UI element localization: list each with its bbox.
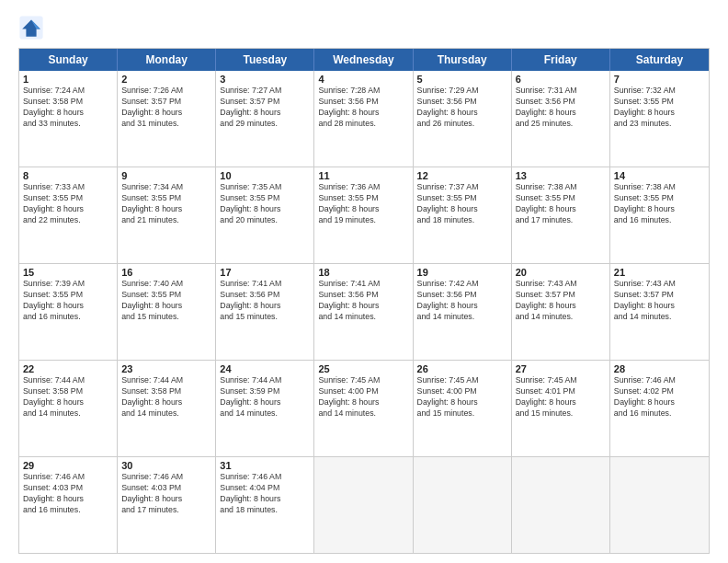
calendar-row-3: 22Sunrise: 7:44 AMSunset: 3:58 PMDayligh…	[19, 360, 709, 456]
day-number: 26	[417, 363, 507, 374]
weekday-header-wednesday: Wednesday	[314, 49, 413, 71]
day-info: Sunrise: 7:46 AMSunset: 4:02 PMDaylight:…	[614, 375, 705, 419]
day-cell-21: 21Sunrise: 7:43 AMSunset: 3:57 PMDayligh…	[610, 264, 709, 360]
day-number: 7	[614, 74, 705, 85]
day-number: 29	[23, 460, 113, 471]
day-number: 21	[614, 267, 705, 278]
day-number: 10	[220, 170, 310, 181]
day-number: 14	[614, 170, 705, 181]
day-cell-7: 7Sunrise: 7:32 AMSunset: 3:55 PMDaylight…	[610, 71, 709, 167]
day-info: Sunrise: 7:44 AMSunset: 3:59 PMDaylight:…	[220, 375, 310, 419]
day-cell-10: 10Sunrise: 7:35 AMSunset: 3:55 PMDayligh…	[216, 167, 314, 263]
calendar-header: SundayMondayTuesdayWednesdayThursdayFrid…	[19, 49, 709, 71]
day-number: 20	[516, 267, 606, 278]
day-cell-5: 5Sunrise: 7:29 AMSunset: 3:56 PMDaylight…	[414, 71, 512, 167]
day-info: Sunrise: 7:38 AMSunset: 3:55 PMDaylight:…	[614, 182, 705, 226]
day-cell-24: 24Sunrise: 7:44 AMSunset: 3:59 PMDayligh…	[216, 361, 314, 456]
day-cell-11: 11Sunrise: 7:36 AMSunset: 3:55 PMDayligh…	[314, 167, 413, 263]
day-cell-8: 8Sunrise: 7:33 AMSunset: 3:55 PMDaylight…	[19, 167, 118, 263]
day-cell-16: 16Sunrise: 7:40 AMSunset: 3:55 PMDayligh…	[118, 264, 216, 360]
day-cell-2: 2Sunrise: 7:26 AMSunset: 3:57 PMDaylight…	[118, 71, 216, 167]
calendar-row-1: 8Sunrise: 7:33 AMSunset: 3:55 PMDaylight…	[19, 167, 709, 263]
calendar-row-2: 15Sunrise: 7:39 AMSunset: 3:55 PMDayligh…	[19, 263, 709, 360]
day-number: 28	[614, 363, 705, 374]
day-cell-9: 9Sunrise: 7:34 AMSunset: 3:55 PMDaylight…	[118, 167, 216, 263]
weekday-header-friday: Friday	[512, 49, 610, 71]
calendar-row-4: 29Sunrise: 7:46 AMSunset: 4:03 PMDayligh…	[19, 456, 709, 553]
day-number: 9	[121, 170, 211, 181]
day-info: Sunrise: 7:36 AMSunset: 3:55 PMDaylight:…	[318, 182, 408, 226]
empty-cell	[414, 457, 512, 553]
day-number: 13	[516, 170, 606, 181]
day-cell-6: 6Sunrise: 7:31 AMSunset: 3:56 PMDaylight…	[512, 71, 610, 167]
day-number: 31	[220, 460, 310, 471]
day-number: 5	[417, 74, 507, 85]
day-number: 11	[318, 170, 408, 181]
day-info: Sunrise: 7:35 AMSunset: 3:55 PMDaylight:…	[220, 182, 310, 226]
day-number: 2	[121, 74, 211, 85]
day-number: 17	[220, 267, 310, 278]
day-cell-28: 28Sunrise: 7:46 AMSunset: 4:02 PMDayligh…	[610, 361, 709, 456]
day-cell-22: 22Sunrise: 7:44 AMSunset: 3:58 PMDayligh…	[19, 361, 118, 456]
day-number: 25	[318, 363, 408, 374]
day-cell-17: 17Sunrise: 7:41 AMSunset: 3:56 PMDayligh…	[216, 264, 314, 360]
day-info: Sunrise: 7:41 AMSunset: 3:56 PMDaylight:…	[220, 279, 310, 323]
day-info: Sunrise: 7:42 AMSunset: 3:56 PMDaylight:…	[417, 279, 507, 323]
empty-cell	[512, 457, 610, 553]
day-info: Sunrise: 7:40 AMSunset: 3:55 PMDaylight:…	[121, 279, 211, 323]
day-cell-31: 31Sunrise: 7:46 AMSunset: 4:04 PMDayligh…	[216, 457, 314, 553]
day-cell-13: 13Sunrise: 7:38 AMSunset: 3:55 PMDayligh…	[512, 167, 610, 263]
day-info: Sunrise: 7:46 AMSunset: 4:03 PMDaylight:…	[23, 472, 113, 516]
day-info: Sunrise: 7:39 AMSunset: 3:55 PMDaylight:…	[23, 279, 113, 323]
day-info: Sunrise: 7:46 AMSunset: 4:04 PMDaylight:…	[220, 472, 310, 516]
day-number: 15	[23, 267, 113, 278]
day-cell-26: 26Sunrise: 7:45 AMSunset: 4:00 PMDayligh…	[414, 361, 512, 456]
calendar-row-0: 1Sunrise: 7:24 AMSunset: 3:58 PMDaylight…	[19, 71, 709, 167]
day-cell-4: 4Sunrise: 7:28 AMSunset: 3:56 PMDaylight…	[314, 71, 413, 167]
day-number: 27	[516, 363, 606, 374]
day-info: Sunrise: 7:32 AMSunset: 3:55 PMDaylight:…	[614, 86, 705, 130]
day-cell-18: 18Sunrise: 7:41 AMSunset: 3:56 PMDayligh…	[314, 264, 413, 360]
day-info: Sunrise: 7:24 AMSunset: 3:58 PMDaylight:…	[23, 86, 113, 130]
calendar: SundayMondayTuesdayWednesdayThursdayFrid…	[18, 48, 710, 554]
day-number: 30	[121, 460, 211, 471]
calendar-body: 1Sunrise: 7:24 AMSunset: 3:58 PMDaylight…	[19, 71, 709, 553]
day-number: 8	[23, 170, 113, 181]
header	[18, 15, 710, 40]
day-info: Sunrise: 7:28 AMSunset: 3:56 PMDaylight:…	[318, 86, 408, 130]
day-number: 6	[516, 74, 606, 85]
day-number: 23	[121, 363, 211, 374]
weekday-header-monday: Monday	[118, 49, 216, 71]
day-info: Sunrise: 7:26 AMSunset: 3:57 PMDaylight:…	[121, 86, 211, 130]
day-info: Sunrise: 7:44 AMSunset: 3:58 PMDaylight:…	[23, 375, 113, 419]
day-info: Sunrise: 7:46 AMSunset: 4:03 PMDaylight:…	[121, 472, 211, 516]
day-info: Sunrise: 7:31 AMSunset: 3:56 PMDaylight:…	[516, 86, 606, 130]
weekday-header-thursday: Thursday	[414, 49, 512, 71]
day-info: Sunrise: 7:27 AMSunset: 3:57 PMDaylight:…	[220, 86, 310, 130]
logo	[18, 15, 48, 40]
day-info: Sunrise: 7:45 AMSunset: 4:01 PMDaylight:…	[516, 375, 606, 419]
day-info: Sunrise: 7:45 AMSunset: 4:00 PMDaylight:…	[318, 375, 408, 419]
day-cell-27: 27Sunrise: 7:45 AMSunset: 4:01 PMDayligh…	[512, 361, 610, 456]
page: SundayMondayTuesdayWednesdayThursdayFrid…	[0, 0, 728, 563]
day-number: 16	[121, 267, 211, 278]
day-info: Sunrise: 7:43 AMSunset: 3:57 PMDaylight:…	[516, 279, 606, 323]
day-info: Sunrise: 7:37 AMSunset: 3:55 PMDaylight:…	[417, 182, 507, 226]
day-cell-19: 19Sunrise: 7:42 AMSunset: 3:56 PMDayligh…	[414, 264, 512, 360]
day-info: Sunrise: 7:41 AMSunset: 3:56 PMDaylight:…	[318, 279, 408, 323]
day-cell-3: 3Sunrise: 7:27 AMSunset: 3:57 PMDaylight…	[216, 71, 314, 167]
day-cell-20: 20Sunrise: 7:43 AMSunset: 3:57 PMDayligh…	[512, 264, 610, 360]
day-cell-14: 14Sunrise: 7:38 AMSunset: 3:55 PMDayligh…	[610, 167, 709, 263]
day-info: Sunrise: 7:33 AMSunset: 3:55 PMDaylight:…	[23, 182, 113, 226]
day-number: 1	[23, 74, 113, 85]
day-number: 22	[23, 363, 113, 374]
day-info: Sunrise: 7:29 AMSunset: 3:56 PMDaylight:…	[417, 86, 507, 130]
day-cell-30: 30Sunrise: 7:46 AMSunset: 4:03 PMDayligh…	[118, 457, 216, 553]
weekday-header-saturday: Saturday	[610, 49, 709, 71]
empty-cell	[314, 457, 413, 553]
day-info: Sunrise: 7:45 AMSunset: 4:00 PMDaylight:…	[417, 375, 507, 419]
day-cell-1: 1Sunrise: 7:24 AMSunset: 3:58 PMDaylight…	[19, 71, 118, 167]
logo-icon	[18, 15, 44, 40]
day-number: 4	[318, 74, 408, 85]
weekday-header-sunday: Sunday	[19, 49, 118, 71]
